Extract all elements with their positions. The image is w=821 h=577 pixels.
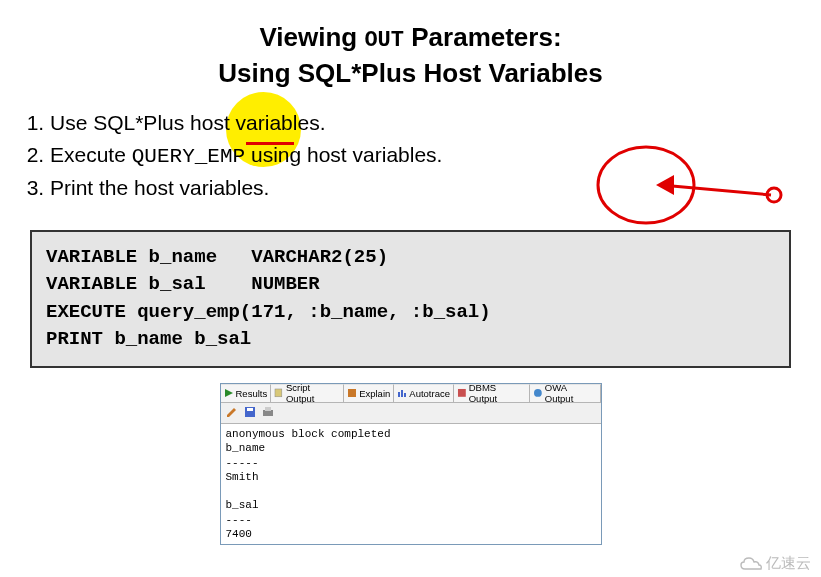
- output-tabs-row: Results Script Output Explain Autotrace …: [221, 384, 601, 403]
- svg-marker-12: [227, 408, 236, 417]
- slide-title: Viewing OUT Parameters: Using SQL*Plus H…: [30, 20, 791, 91]
- sql-output-panel: Results Script Output Explain Autotrace …: [220, 383, 602, 545]
- svg-rect-9: [404, 393, 406, 397]
- play-icon: [224, 388, 234, 398]
- step-2: Execute QUERY_EMP using host variables.: [50, 143, 791, 168]
- svg-rect-16: [265, 407, 271, 411]
- explain-icon: [347, 388, 357, 398]
- globe-icon: [533, 388, 543, 398]
- host-word: host: [190, 111, 230, 134]
- svg-rect-14: [247, 408, 253, 411]
- output-toolbar: [221, 403, 601, 424]
- script-icon: [274, 388, 284, 398]
- query-emp-code: QUERY_EMP: [132, 145, 245, 168]
- autotrace-icon: [397, 388, 407, 398]
- sql-code-block: VARIABLE b_name VARCHAR2(25) VARIABLE b_…: [30, 230, 791, 368]
- tab-explain[interactable]: Explain: [344, 384, 394, 402]
- svg-marker-4: [225, 389, 233, 397]
- tab-results[interactable]: Results: [221, 384, 272, 402]
- tab-autotrace[interactable]: Autotrace: [394, 384, 454, 402]
- title-line1-post: Parameters:: [404, 22, 562, 52]
- dbms-icon: [457, 388, 467, 398]
- title-line2: Using SQL*Plus Host Variables: [218, 58, 602, 88]
- svg-rect-8: [401, 390, 403, 397]
- title-line1-pre: Viewing: [259, 22, 364, 52]
- save-icon[interactable]: [243, 405, 257, 419]
- title-out-keyword: OUT: [364, 28, 404, 53]
- steps-list: Use SQL*Plus host variables. Execute QUE…: [50, 111, 791, 200]
- cloud-icon: [740, 556, 762, 572]
- pencil-icon[interactable]: [225, 405, 239, 419]
- step-3: Print the host variables.: [50, 176, 791, 200]
- svg-rect-7: [398, 392, 400, 397]
- svg-point-11: [534, 389, 542, 397]
- tab-owa-output[interactable]: OWA Output: [530, 384, 601, 402]
- step-1: Use SQL*Plus host variables.: [50, 111, 791, 135]
- print-icon[interactable]: [261, 405, 275, 419]
- svg-rect-5: [275, 389, 282, 397]
- tab-script-output[interactable]: Script Output: [271, 384, 344, 402]
- tab-dbms-output[interactable]: DBMS Output: [454, 384, 530, 402]
- svg-rect-10: [458, 389, 466, 397]
- output-body-text: anonymous block completed b_name ----- S…: [221, 424, 601, 544]
- svg-rect-6: [348, 389, 356, 397]
- watermark: 亿速云: [740, 554, 811, 573]
